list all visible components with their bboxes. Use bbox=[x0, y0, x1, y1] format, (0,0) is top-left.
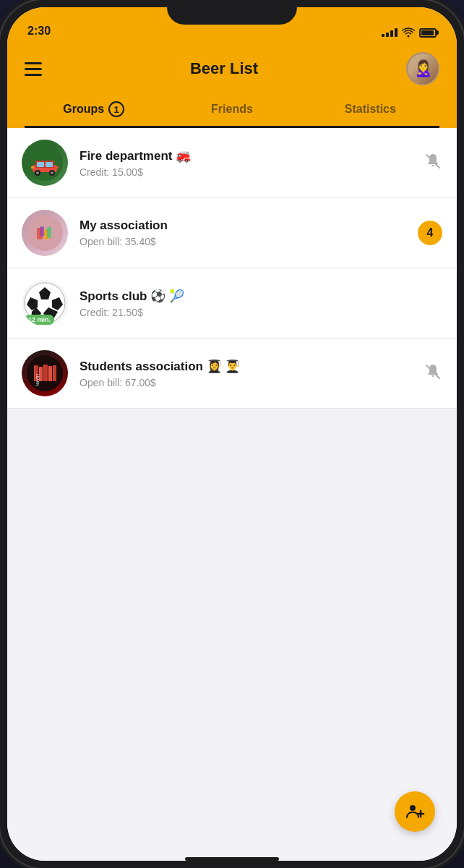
group-avatar-students: LEARN bbox=[22, 350, 68, 396]
group-name-students: Students association 👩‍🎓 👨‍🎓 bbox=[80, 359, 412, 374]
group-action-students[interactable] bbox=[424, 362, 442, 384]
group-action-assoc[interactable]: 4 bbox=[418, 221, 442, 245]
tab-groups-label: Groups bbox=[63, 103, 104, 116]
bell-muted-icon-2 bbox=[424, 362, 442, 381]
tab-friends-label: Friends bbox=[211, 103, 253, 116]
svg-rect-4 bbox=[37, 162, 44, 167]
add-person-icon bbox=[405, 801, 425, 822]
battery-icon bbox=[419, 28, 437, 38]
time-badge-sports: 12 min. bbox=[25, 315, 54, 325]
group-avatar-sports: 12 min. bbox=[22, 280, 68, 326]
svg-point-9 bbox=[51, 171, 53, 174]
status-time: 2:30 bbox=[27, 25, 51, 38]
svg-rect-34 bbox=[48, 366, 49, 381]
wifi-icon bbox=[402, 27, 415, 38]
svg-point-0 bbox=[408, 35, 410, 38]
svg-rect-5 bbox=[46, 162, 53, 167]
svg-rect-11 bbox=[56, 166, 59, 169]
tab-friends[interactable]: Friends bbox=[163, 94, 301, 126]
status-icons bbox=[382, 27, 437, 38]
svg-rect-16 bbox=[40, 226, 44, 237]
svg-point-7 bbox=[36, 171, 39, 174]
phone-screen: 2:30 bbox=[7, 7, 457, 861]
tab-statistics-label: Statistics bbox=[345, 103, 396, 116]
list-item[interactable]: My association Open bill: 35.40$ 4 bbox=[7, 198, 457, 268]
group-status-sports: Credit: 21.50$ bbox=[80, 307, 431, 318]
group-status-assoc: Open bill: 35.40$ bbox=[80, 236, 406, 247]
group-status-fire: Credit: 15.00$ bbox=[80, 166, 412, 178]
tab-groups[interactable]: Groups 1 bbox=[25, 94, 163, 126]
list-item[interactable]: LEARN Students association 👩‍🎓 👨‍🎓 Open … bbox=[7, 339, 457, 409]
app-header: Beer List 🙎‍♀️ Groups 1 Friends St bbox=[7, 43, 457, 128]
group-avatar-fire bbox=[22, 140, 68, 186]
group-info-assoc: My association Open bill: 35.40$ bbox=[68, 218, 418, 247]
list-item[interactable]: Fire department 🚒 Credit: 15.00$ bbox=[7, 128, 457, 198]
svg-point-38 bbox=[410, 805, 416, 811]
group-info-sports: Sports club ⚽ 🎾 Credit: 21.50$ bbox=[68, 289, 442, 318]
group-info-students: Students association 👩‍🎓 👨‍🎓 Open bill: … bbox=[68, 359, 424, 388]
phone-frame: 2:30 bbox=[0, 0, 464, 868]
bell-muted-icon bbox=[424, 152, 442, 171]
tab-bar: Groups 1 Friends Statistics bbox=[25, 94, 439, 128]
group-info-fire: Fire department 🚒 Credit: 15.00$ bbox=[68, 148, 424, 178]
group-name-fire: Fire department 🚒 bbox=[80, 148, 412, 163]
add-group-fab[interactable] bbox=[395, 791, 435, 832]
groups-badge: 1 bbox=[108, 101, 124, 117]
svg-rect-33 bbox=[43, 365, 44, 381]
hamburger-menu-button[interactable] bbox=[25, 62, 42, 76]
notification-badge-assoc: 4 bbox=[418, 221, 442, 245]
tab-statistics[interactable]: Statistics bbox=[301, 94, 439, 126]
groups-list: Fire department 🚒 Credit: 15.00$ bbox=[7, 128, 457, 861]
svg-text:LEARN: LEARN bbox=[35, 374, 40, 386]
group-avatar-assoc bbox=[22, 210, 68, 256]
group-name-sports: Sports club ⚽ 🎾 bbox=[80, 289, 431, 304]
group-status-students: Open bill: 67.00$ bbox=[80, 377, 412, 388]
list-item[interactable]: 12 min. Sports club ⚽ 🎾 Credit: 21.50$ bbox=[7, 268, 457, 339]
svg-rect-31 bbox=[34, 365, 35, 381]
svg-rect-17 bbox=[47, 227, 51, 238]
empty-content bbox=[7, 409, 457, 698]
group-action-fire[interactable] bbox=[424, 152, 442, 174]
svg-rect-10 bbox=[31, 166, 34, 169]
group-name-assoc: My association bbox=[80, 218, 406, 233]
notch bbox=[167, 0, 297, 25]
svg-rect-35 bbox=[53, 365, 53, 381]
signal-icon bbox=[382, 28, 398, 37]
user-avatar[interactable]: 🙎‍♀️ bbox=[406, 52, 439, 85]
home-indicator bbox=[185, 857, 279, 861]
page-title: Beer List bbox=[190, 59, 258, 78]
